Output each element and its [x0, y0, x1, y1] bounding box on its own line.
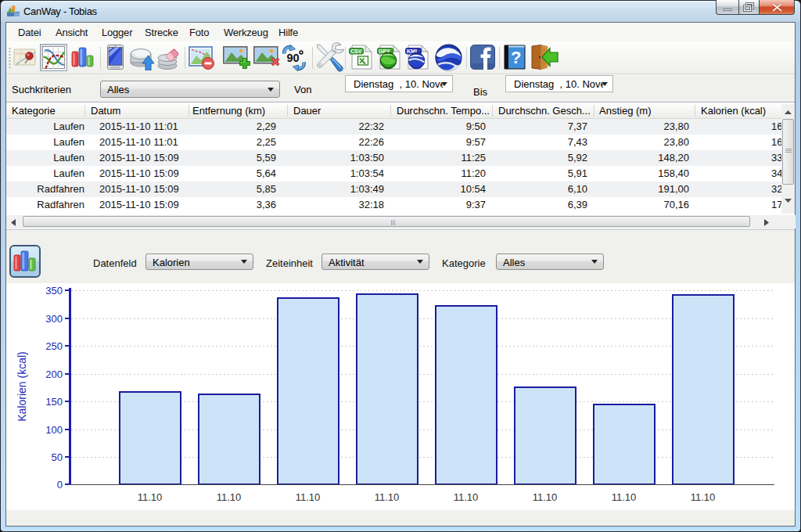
svg-text:90: 90	[287, 52, 300, 64]
svg-text:CSV: CSV	[350, 49, 362, 54]
svg-text:?: ?	[511, 48, 521, 67]
